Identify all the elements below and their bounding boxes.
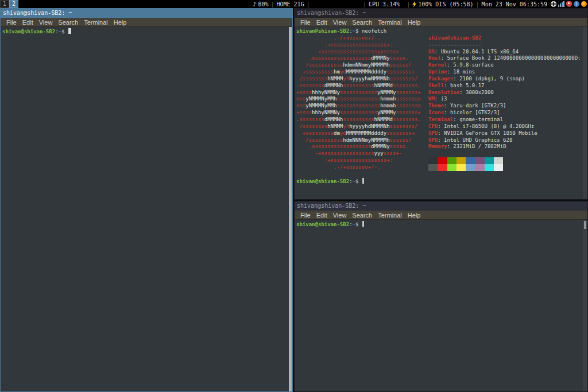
ascii-art-line: .ossssssssssssssssssdMMMNysssso.	[296, 55, 421, 62]
neofetch-info-label: WM	[428, 96, 435, 102]
system-tray: ᛒ	[551, 1, 587, 7]
neofetch-info-label: Uptime	[428, 69, 447, 75]
neofetch-info-line: -----------------	[428, 42, 581, 49]
battery-status: 100% DIS (05:58)	[418, 1, 473, 7]
neofetch-info-label: Icons	[428, 110, 444, 115]
menu-help[interactable]: Help	[405, 212, 424, 219]
clock: Mon 23 Nov 06:35:59	[482, 1, 547, 7]
bar-separator: |	[268, 1, 276, 7]
neofetch-info-line: Packages: 2100 (dpkg), 9 (snap)	[428, 76, 581, 83]
neofetch-info-line: Theme: Yaru-dark [GTK2/3]	[428, 103, 581, 110]
menu-bar: File Edit View Search Terminal Help	[295, 18, 587, 27]
palette-swatch	[457, 164, 466, 171]
neofetch-info-line: Memory: 2321MiB / 7882MiB	[428, 143, 581, 150]
palette-swatch	[457, 157, 466, 164]
menu-edit[interactable]: Edit	[314, 212, 330, 219]
ascii-art-line: ossyNMMMNyMMhsssssssssssssshmmmhssssssso	[296, 103, 421, 110]
shell-prompt-line: shivan@shivan-SB2:~$	[296, 178, 587, 185]
palette-swatch	[485, 157, 494, 164]
ascii-art-line: .ssssssssdMMMNhsssssssssshNMMMdssssssss.	[296, 83, 421, 90]
palette-swatch	[447, 164, 457, 171]
bar-separator: |	[361, 1, 369, 7]
ascii-art-line: .-/+oosssoo+/-.	[296, 164, 421, 171]
shell-prompt-line: shivan@shivan-SB2:~$	[296, 221, 587, 228]
battery-module: 100% DIS (05:58)	[412, 1, 473, 7]
terminal-cursor	[362, 178, 364, 184]
browser-icon[interactable]	[581, 1, 587, 7]
neofetch-info-line: CPU: Intel i7-8650U (8) @ 4.200GHz	[428, 123, 581, 130]
window-titlebar[interactable]: shivan@shivan-SB2: ~	[1, 9, 292, 18]
prompt-user: shivan@shivan-SB2	[2, 29, 55, 34]
menu-help[interactable]: Help	[405, 19, 424, 26]
prompt-user: shivan@shivan-SB2	[296, 222, 349, 227]
status-icon[interactable]	[551, 1, 556, 7]
palette-row-normal	[428, 157, 581, 164]
menu-bar: File Edit View Search Terminal Help	[295, 211, 587, 220]
neofetch-info-line: Shell: bash 5.0.17	[428, 83, 581, 90]
menu-edit[interactable]: Edit	[314, 19, 330, 26]
notification-icon[interactable]	[566, 1, 572, 7]
neofetch-info-label: Shell	[428, 83, 444, 88]
neofetch-info-line: Resolution: 3000x2000	[428, 90, 581, 96]
neofetch-info-line: Host: Surface Book 2 1240000000000000000…	[428, 55, 581, 62]
ascii-art-line: /sssssssshNMMMyhhyyyyhmNMMMNhssssssss/	[296, 76, 421, 83]
terminal-content[interactable]: shivan@shivan-SB2:~$	[1, 27, 292, 391]
ascii-art-line: -+ssssssssssssssssssyyssss+-	[296, 49, 421, 56]
menu-search[interactable]: Search	[349, 212, 375, 219]
ascii-art-line: .ssssssssdMMMNhsssssssssshNMMMdssssssss.	[296, 117, 421, 123]
window-titlebar[interactable]: shivan@shivan-SB2: ~	[295, 9, 587, 18]
scrollbar-trough[interactable]	[583, 220, 587, 391]
bluetooth-icon[interactable]: ᛒ	[574, 1, 579, 7]
neofetch-info-label: CPU	[428, 123, 438, 129]
bar-separator: |	[404, 1, 412, 7]
ascii-art-line: -+sssssssssssssssssyyyssss+-	[296, 150, 421, 157]
network-signal-icon[interactable]	[558, 1, 564, 7]
ascii-art-line: +sssshhhyNMMNyssssssssssssyNMMMysssssss+	[296, 90, 421, 96]
bar-right-modules: | CPU 3.14% | 100% DIS (05:58) | Mon 23 …	[361, 0, 587, 8]
menu-view[interactable]: View	[330, 212, 350, 219]
menu-help[interactable]: Help	[111, 19, 130, 26]
menu-file[interactable]: File	[297, 212, 314, 219]
menu-terminal[interactable]: Terminal	[375, 19, 405, 26]
neofetch-info-line: Kernel: 5.9.8-surface	[428, 62, 581, 69]
terminal-cursor	[362, 221, 364, 227]
menu-search[interactable]: Search	[349, 19, 375, 26]
scrollbar-thumb[interactable]	[289, 27, 292, 391]
palette-swatch	[475, 164, 484, 171]
palette-swatch	[466, 164, 475, 171]
menu-file[interactable]: File	[3, 19, 20, 26]
palette-swatch	[428, 157, 438, 164]
menu-terminal[interactable]: Terminal	[375, 212, 405, 219]
neofetch-info-line: OS: Ubuntu 20.04.1 LTS x86_64	[428, 49, 581, 56]
ascii-art-line: +sssshhhyNMMNyssssssssssssyNMMMysssssss+	[296, 110, 421, 117]
menu-terminal[interactable]: Terminal	[81, 19, 111, 26]
neofetch-info-label: Resolution	[428, 90, 459, 95]
menu-bar: File Edit View Search Terminal Help	[1, 18, 292, 27]
terminal-content[interactable]: shivan@shivan-SB2:~$	[295, 220, 587, 391]
neofetch-info-label: OS	[428, 49, 435, 55]
bar-middle-modules: ♪ 80% | HOME 21G |	[253, 0, 312, 8]
ascii-art-line: ossyNMMMNyMMhsssssssssssssshmmmhssssssso	[296, 96, 421, 103]
disk-usage: HOME 21G	[276, 1, 304, 7]
terminal-window-bottom-right: shivan@shivan-SB2: ~ File Edit View Sear…	[294, 201, 588, 392]
menu-view[interactable]: View	[330, 19, 350, 26]
ascii-art-line: `:+ssssssssssssssssss+:`	[296, 157, 421, 164]
workspace-button-1[interactable]: 1	[0, 0, 9, 8]
neofetch-info-line: Terminal: gnome-terminal	[428, 117, 581, 123]
terminal-content[interactable]: shivan@shivan-SB2:~$ neofetch .-/+oossso…	[295, 27, 587, 199]
window-titlebar[interactable]: shivan@shivan-SB2: ~	[295, 201, 587, 211]
neofetch-info-label: GPU	[428, 137, 438, 143]
workspace-button-2[interactable]: 2	[9, 0, 18, 8]
scrollbar-thumb[interactable]	[584, 221, 586, 229]
ascii-art-line: `:+ssssssssssssssssss+:`	[296, 42, 421, 49]
neofetch-info: shivan@shivan-SB2-----------------OS: Ub…	[428, 35, 581, 171]
menu-file[interactable]: File	[297, 19, 314, 26]
menu-edit[interactable]: Edit	[20, 19, 36, 26]
scrollbar-trough[interactable]	[583, 27, 587, 199]
right-column: shivan@shivan-SB2: ~ File Edit View Sear…	[294, 8, 588, 392]
ascii-art-line: .-/+oosssoo+/-.	[296, 35, 421, 42]
menu-view[interactable]: View	[36, 19, 56, 26]
bar-separator: |	[474, 1, 482, 7]
neofetch-info-label: Theme	[428, 103, 444, 108]
menu-search[interactable]: Search	[55, 19, 81, 26]
